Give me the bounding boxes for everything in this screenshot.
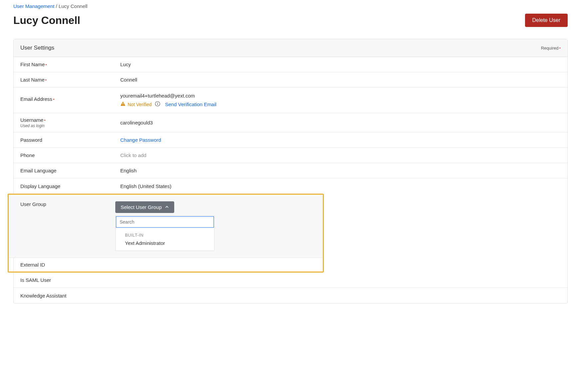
- dropdown-section-label: BUILT-IN: [116, 228, 214, 238]
- select-user-group-button[interactable]: Select User Group: [115, 201, 174, 213]
- change-password-link[interactable]: Change Password: [120, 137, 161, 143]
- username-hint: Used as login: [20, 123, 120, 128]
- required-star-icon: •: [45, 62, 47, 67]
- panel-header: User Settings Required•: [14, 39, 567, 57]
- row-display-language[interactable]: Display Language English (United States): [14, 178, 567, 194]
- required-star-icon: •: [53, 97, 55, 102]
- required-star-icon: •: [559, 46, 561, 51]
- display-language-value: English (United States): [120, 183, 561, 189]
- user-group-highlight: User Group Select User Group BUILT-IN Ye…: [8, 194, 324, 273]
- email-language-value: English: [120, 168, 561, 173]
- required-star-icon: •: [45, 78, 47, 83]
- required-note: Required•: [541, 46, 561, 51]
- svg-rect-3: [158, 103, 158, 105]
- row-username[interactable]: Username• Used as login carolinegould3: [14, 113, 567, 132]
- email-value: youremail4+turtlehead@yext.com: [120, 93, 561, 98]
- svg-rect-4: [158, 102, 158, 103]
- external-id-label: External ID: [15, 262, 115, 268]
- user-group-search-input[interactable]: [116, 216, 214, 228]
- username-label: Username• Used as login: [20, 117, 120, 128]
- is-saml-label: Is SAML User: [20, 277, 120, 283]
- row-is-saml-user[interactable]: Is SAML User: [14, 273, 567, 288]
- user-settings-panel: User Settings Required• First Name• Lucy…: [13, 39, 568, 303]
- last-name-label: Last Name•: [20, 77, 120, 83]
- not-verified-text: Not Verified: [128, 102, 152, 107]
- row-email-address[interactable]: Email Address• youremail4+turtlehead@yex…: [14, 88, 567, 113]
- email-language-label: Email Language: [20, 168, 120, 173]
- phone-label: Phone: [20, 152, 120, 158]
- display-language-label: Display Language: [20, 183, 120, 189]
- email-label: Email Address•: [20, 93, 120, 102]
- breadcrumb: User Management / Lucy Connell: [13, 3, 568, 9]
- info-icon[interactable]: [155, 101, 160, 107]
- row-password: Password Change Password: [14, 132, 567, 148]
- phone-placeholder: Click to add: [120, 152, 561, 158]
- row-user-group: User Group Select User Group BUILT-IN Ye…: [9, 195, 323, 258]
- row-phone[interactable]: Phone Click to add: [14, 148, 567, 163]
- required-star-icon: •: [44, 118, 46, 123]
- delete-user-button[interactable]: Delete User: [525, 14, 568, 27]
- chevron-up-icon: [165, 204, 169, 210]
- send-verification-link[interactable]: Send Verification Email: [165, 101, 216, 107]
- warning-icon: [120, 101, 126, 107]
- dropdown-option-yext-admin[interactable]: Yext Administrator: [116, 238, 214, 251]
- row-email-language[interactable]: Email Language English: [14, 163, 567, 178]
- breadcrumb-current: Lucy Connell: [59, 3, 88, 9]
- last-name-value: Connell: [120, 77, 561, 83]
- user-group-dropdown: BUILT-IN Yext Administrator: [115, 216, 215, 251]
- svg-rect-0: [123, 103, 123, 104]
- row-last-name[interactable]: Last Name• Connell: [14, 72, 567, 88]
- user-group-label: User Group: [15, 201, 115, 251]
- svg-rect-1: [123, 105, 123, 105]
- knowledge-assistant-label: Knowledge Assistant: [20, 293, 120, 298]
- panel-title: User Settings: [20, 45, 54, 51]
- breadcrumb-parent-link[interactable]: User Management: [13, 3, 54, 9]
- first-name-label: First Name•: [20, 62, 120, 67]
- breadcrumb-separator: /: [56, 3, 57, 9]
- password-label: Password: [20, 137, 120, 143]
- row-external-id[interactable]: External ID: [9, 258, 323, 272]
- page-title: Lucy Connell: [13, 14, 80, 27]
- row-knowledge-assistant[interactable]: Knowledge Assistant: [14, 288, 567, 303]
- first-name-value: Lucy: [120, 62, 561, 67]
- username-value: carolinegould3: [120, 120, 561, 125]
- row-first-name[interactable]: First Name• Lucy: [14, 57, 567, 72]
